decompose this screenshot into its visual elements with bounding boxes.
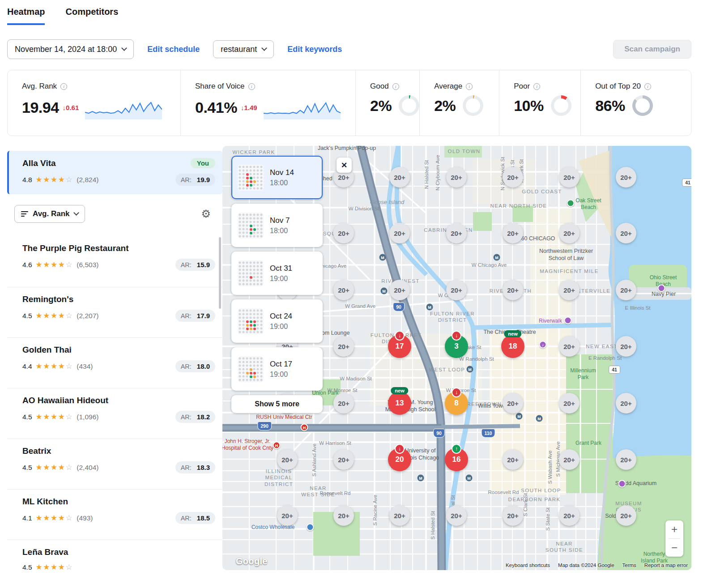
map-rank-pin[interactable]: 20+ <box>446 223 467 243</box>
info-icon[interactable]: i <box>466 83 473 90</box>
history-date: Oct 24 <box>270 312 292 321</box>
list-scrollbar[interactable] <box>219 237 221 309</box>
edit-keywords-link[interactable]: Edit keywords <box>287 45 342 54</box>
history-card[interactable]: Nov 7 18:00 <box>231 204 323 247</box>
business-name: Beatrix <box>22 446 215 456</box>
map-rank-pin[interactable]: 20+ <box>616 223 636 243</box>
map-rank-pin[interactable]: 20+ <box>616 449 636 470</box>
sort-selector[interactable]: Avg. Rank <box>14 205 85 223</box>
donut-chart <box>551 95 571 116</box>
map-rank-pin[interactable]: 20+ <box>559 223 580 243</box>
attribution-link[interactable]: Report a map error <box>644 562 688 568</box>
map-rank-pin[interactable]: 20+ <box>389 280 410 300</box>
heatmap-thumbnail <box>238 308 264 334</box>
attribution-link[interactable]: Keyboard shortcuts <box>506 562 550 568</box>
map-rank-pin[interactable]: 20+ <box>333 223 354 243</box>
rating-stars: ★★★★☆ <box>36 175 73 184</box>
map-rank-pin[interactable]: 20+ <box>333 505 354 526</box>
donut-chart <box>399 95 419 116</box>
map-rank-pin[interactable]: 20+ <box>503 449 523 470</box>
map-rank-pin[interactable]: 20+ <box>559 280 580 300</box>
tab-competitors[interactable]: Competitors <box>65 0 118 25</box>
map-rank-pin[interactable]: 20+ <box>616 167 636 187</box>
info-icon[interactable]: i <box>392 83 399 90</box>
selected-business-card[interactable]: Alla Vita You 4.8 ★★★★☆ (2,824) AR: 19.9 <box>7 151 222 194</box>
close-icon[interactable]: ✕ <box>337 158 352 173</box>
stat-good: Goodi 2% <box>355 70 419 136</box>
map-rank-pin[interactable]: 20+ <box>389 167 410 187</box>
map-rank-pin[interactable]: 20+ <box>389 505 410 526</box>
scan-campaign-button[interactable]: Scan campaign <box>613 40 691 59</box>
map-data-credit: Map data ©2024 Google <box>558 562 614 568</box>
map-rank-pin[interactable]: 13new <box>388 392 411 415</box>
map-rank-pin[interactable]: 20+ <box>333 449 354 470</box>
history-card[interactable]: Oct 24 19:00 <box>231 299 323 343</box>
history-card[interactable]: Oct 31 19:00 <box>231 251 323 295</box>
map-rank-pin[interactable]: 20+ <box>559 393 580 413</box>
info-icon[interactable]: i <box>644 83 651 90</box>
map-rank-pin[interactable]: 20+ <box>503 167 523 187</box>
map-rank-pin[interactable]: 20+ <box>616 336 636 357</box>
business-list-item[interactable]: Leña Brava 4.5 ★★★★☆ <box>7 540 222 570</box>
business-list-item[interactable]: Remington's 4.5 ★★★★☆ (2,207) AR:17.9 <box>7 287 222 337</box>
history-card[interactable]: Oct 17 19:00 <box>231 347 323 391</box>
info-icon[interactable]: i <box>60 83 67 90</box>
business-list-item[interactable]: Golden Thai 4.4 ★★★★☆ (434) AR:18.0 <box>7 337 222 388</box>
map-rank-pin[interactable]: 20+ <box>616 505 636 526</box>
map-rank-pin[interactable]: 20+ <box>333 280 354 300</box>
attribution-link[interactable]: Terms <box>622 562 636 568</box>
map-rank-pin[interactable]: 20+ <box>333 336 354 357</box>
map-rank-pin[interactable]: 3↓ <box>445 335 468 358</box>
map-rank-pin[interactable]: 20+ <box>503 505 523 526</box>
business-list-item[interactable]: AO Hawaiian Hideout 4.5 ★★★★☆ (1,096) AR… <box>7 388 222 439</box>
map-rank-pin[interactable]: 20+ <box>389 223 410 243</box>
stat-delta: ↓0.61 <box>63 104 79 111</box>
rank-down-badge: ↓ <box>452 388 461 397</box>
info-icon[interactable]: i <box>248 83 255 90</box>
zoom-in-button[interactable]: + <box>665 520 683 538</box>
gear-icon[interactable]: ⚙ <box>201 208 211 220</box>
zoom-out-button[interactable]: − <box>665 539 683 557</box>
map-rank-pin[interactable]: 20+ <box>616 393 636 413</box>
avg-rank-pill: AR:18.5 <box>175 512 215 524</box>
info-icon[interactable]: i <box>533 83 540 90</box>
keyword-selector-label: restaurant <box>221 45 257 54</box>
show-more-button[interactable]: Show 5 more <box>231 395 323 413</box>
business-list-item[interactable]: The Purple Pig Restaurant 4.6 ★★★★☆ (6,5… <box>7 236 222 287</box>
keyword-selector[interactable]: restaurant <box>213 40 274 58</box>
map-rank-pin[interactable]: 20+ <box>503 393 523 413</box>
map-rank-pin[interactable]: 20+ <box>559 167 580 187</box>
map-rank-pin[interactable]: 16↑ <box>445 448 468 471</box>
chevron-down-icon <box>73 210 79 216</box>
business-name: The Purple Pig Restaurant <box>22 243 215 253</box>
map-rank-pin[interactable]: 20+ <box>277 505 298 526</box>
map-rank-pin[interactable]: 17↓ <box>388 335 411 358</box>
map-rank-pin[interactable]: 20+ <box>616 280 636 300</box>
map-rank-pin[interactable]: 20+ <box>559 449 580 470</box>
map-rank-pin[interactable]: 20+ <box>333 393 354 413</box>
map-rank-pin[interactable]: 20+ <box>446 280 467 300</box>
zoom-control: + − <box>665 520 683 557</box>
map-rank-pin[interactable]: 20+ <box>559 336 580 357</box>
history-card[interactable]: Nov 14 18:00 <box>231 156 323 199</box>
map-rank-pin[interactable]: 20↓ <box>388 448 411 471</box>
business-name: ML Kitchen <box>22 497 215 507</box>
tab-heatmap[interactable]: Heatmap <box>7 0 45 25</box>
map-rank-pin[interactable]: 20+ <box>503 280 523 300</box>
map-rank-pin[interactable]: 20+ <box>277 449 298 470</box>
review-count: (2,824) <box>77 176 98 184</box>
map-rank-pin[interactable]: 20+ <box>446 167 467 187</box>
history-date: Nov 14 <box>270 168 294 177</box>
map-rank-pin[interactable]: 18new <box>501 335 524 358</box>
business-list-item[interactable]: ML Kitchen 4.1 ★★★★☆ (493) AR:18.5 <box>7 489 222 540</box>
history-time: 18:00 <box>270 179 294 187</box>
business-list-item[interactable]: Beatrix 4.5 ★★★★☆ (2,404) AR:18.3 <box>7 439 222 489</box>
map-canvas[interactable]: WICKER PARKOLD TOWNNOBLE SQUARECABRINI-G… <box>222 146 691 570</box>
date-selector[interactable]: November 14, 2024 at 18:00 <box>7 39 134 59</box>
map-rank-pin[interactable]: 20+ <box>446 505 467 526</box>
map-rank-pin[interactable]: 20+ <box>559 505 580 526</box>
map-rank-pin[interactable]: 20+ <box>503 223 523 243</box>
edit-schedule-link[interactable]: Edit schedule <box>147 45 200 54</box>
map-rank-pin[interactable]: 8↓ <box>445 392 468 415</box>
avg-rank-pill: AR:18.3 <box>175 461 215 473</box>
